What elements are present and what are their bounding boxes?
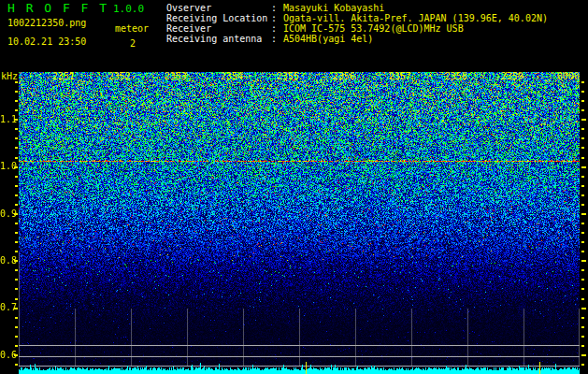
y-tick-left bbox=[15, 364, 18, 366]
y-axis-unit: kHz bbox=[1, 72, 18, 81]
y-tick-right bbox=[581, 81, 584, 83]
y-tick-right bbox=[581, 288, 584, 290]
info-row-observer: Ovserver:Masayuki Kobayashi bbox=[166, 4, 384, 13]
info-value: A504HB(yagi 4el) bbox=[283, 35, 373, 44]
y-tick-left bbox=[15, 157, 18, 159]
app-title: H R O F F T bbox=[7, 2, 108, 14]
y-tick-left bbox=[15, 279, 18, 280]
y-tick-right bbox=[581, 364, 584, 366]
x-time-label: 2357 bbox=[387, 72, 411, 81]
info-label: Receiving Location bbox=[166, 14, 271, 23]
app-version: 1.0.0 bbox=[113, 4, 144, 14]
info-separator: : bbox=[271, 35, 283, 44]
x-time-label: 2355 bbox=[275, 72, 299, 81]
y-tick-right bbox=[581, 354, 586, 356]
y-tick-right bbox=[581, 91, 584, 93]
y-tick-label: 0.7 bbox=[0, 303, 13, 312]
x-time-label: 2351 bbox=[50, 72, 75, 81]
y-tick-right bbox=[581, 345, 584, 347]
x-time-label: 2354 bbox=[219, 72, 243, 81]
y-tick-right bbox=[581, 336, 584, 338]
y-tick-right bbox=[581, 251, 584, 252]
info-separator: : bbox=[271, 24, 283, 34]
y-tick-right bbox=[581, 128, 584, 130]
y-tick-right bbox=[581, 279, 584, 280]
y-tick-right bbox=[581, 194, 584, 196]
y-tick-right bbox=[581, 326, 584, 328]
x-time-label: 2356 bbox=[331, 72, 355, 81]
y-tick-left bbox=[15, 298, 18, 300]
x-time-label: 2353 bbox=[163, 72, 187, 81]
y-tick-right bbox=[581, 147, 584, 149]
y-tick-right bbox=[581, 308, 586, 309]
info-row-location: Receiving Location:Ogata-vill. Akita-Pre… bbox=[166, 14, 548, 23]
mode-label: meteor bbox=[115, 24, 149, 34]
info-row-antenna: Receiving antenna:A504HB(yagi 4el) bbox=[166, 35, 373, 44]
y-tick-left bbox=[15, 317, 18, 319]
y-tick-left bbox=[15, 128, 18, 130]
y-tick-right bbox=[581, 109, 584, 111]
x-time-label: 2359 bbox=[499, 72, 523, 81]
info-label: Ovserver bbox=[166, 4, 271, 13]
y-tick-right bbox=[581, 241, 584, 243]
y-tick-left bbox=[15, 326, 18, 328]
y-tick-label: 0.6 bbox=[0, 351, 13, 360]
y-tick-right bbox=[581, 185, 584, 187]
y-tick-right bbox=[581, 166, 586, 168]
y-tick-left bbox=[15, 336, 18, 338]
spectrogram-canvas bbox=[19, 72, 580, 374]
info-label: Receiving antenna bbox=[166, 35, 271, 44]
output-filename: 1002212350.png bbox=[7, 19, 86, 28]
x-time-label: 2358 bbox=[443, 72, 467, 81]
y-tick-left bbox=[15, 223, 18, 224]
y-tick-left bbox=[15, 137, 18, 139]
y-tick-right bbox=[581, 298, 584, 300]
y-tick-right bbox=[581, 260, 586, 262]
y-tick-left bbox=[15, 81, 18, 83]
y-tick-right bbox=[581, 157, 584, 159]
y-tick-right bbox=[581, 137, 584, 139]
y-tick-left bbox=[15, 288, 18, 290]
info-value: ICOM IC-575 53.7492(@LCD)MHz USB bbox=[283, 24, 464, 34]
y-tick-left bbox=[15, 194, 18, 196]
info-value: Masayuki Kobayashi bbox=[283, 4, 384, 13]
info-separator: : bbox=[271, 4, 283, 13]
y-tick-label: 0.9 bbox=[0, 209, 13, 219]
info-row-receiver: Receiver:ICOM IC-575 53.7492(@LCD)MHz US… bbox=[166, 24, 464, 34]
y-tick-label: 0.8 bbox=[0, 256, 13, 266]
hrofft-screen: H R O F F T 1.0.0 1002212350.png meteor … bbox=[0, 0, 588, 374]
x-time-label: 2352 bbox=[107, 72, 131, 81]
y-tick-left bbox=[15, 185, 18, 187]
echo-count: 2 bbox=[130, 39, 136, 49]
info-label: Receiver bbox=[166, 24, 271, 34]
y-tick-left bbox=[15, 100, 18, 102]
y-tick-right bbox=[581, 269, 584, 271]
y-tick-right bbox=[581, 204, 584, 206]
datetime-label: 10.02.21 23:50 bbox=[7, 37, 86, 47]
y-tick-left bbox=[15, 269, 18, 271]
y-tick-left bbox=[15, 241, 18, 243]
y-tick-right bbox=[581, 317, 584, 319]
y-tick-right bbox=[581, 119, 586, 121]
y-tick-left bbox=[15, 176, 18, 178]
y-tick-label: 1.1 bbox=[0, 115, 13, 124]
y-tick-right bbox=[581, 100, 584, 102]
info-value: Ogata-vill. Akita-Pref. JAPAN (139.96E, … bbox=[283, 14, 548, 23]
y-tick-left bbox=[15, 204, 18, 206]
y-tick-right bbox=[581, 213, 586, 215]
y-tick-left bbox=[15, 91, 18, 93]
y-tick-right bbox=[581, 232, 584, 234]
info-separator: : bbox=[271, 14, 283, 23]
x-time-label: 0000 bbox=[555, 72, 580, 81]
y-tick-left bbox=[15, 345, 18, 347]
y-tick-right bbox=[581, 223, 584, 224]
y-tick-label: 1.0 bbox=[0, 162, 13, 171]
y-tick-right bbox=[581, 176, 584, 178]
y-tick-left bbox=[15, 147, 18, 149]
y-tick-left bbox=[15, 232, 18, 234]
y-tick-left bbox=[15, 251, 18, 252]
y-tick-left bbox=[15, 109, 18, 111]
